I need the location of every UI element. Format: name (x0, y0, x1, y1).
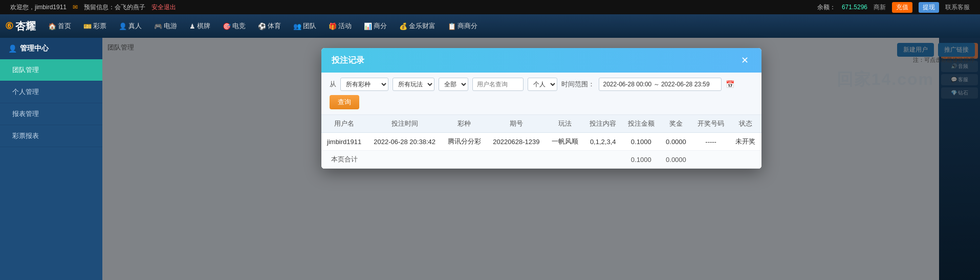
top-bar: 欢迎您，jimbird1911 ✉ 预留信息：会飞的燕子 安全退出 余额： 67… (0, 0, 980, 14)
sidebar-item-reports[interactable]: 报表管理 (0, 103, 102, 125)
date-range-input[interactable] (599, 78, 722, 91)
table-row: jimbird1911 2022-06-28 20:38:42 腾讯分分彩 20… (321, 133, 761, 151)
summary-empty-5 (584, 151, 622, 169)
betting-record-modal: 投注记录 ✕ 从 所有彩种 腾讯分分彩 所有玩法 一帆风顺 全部 (321, 48, 761, 169)
cell-content: 0,1,2,3,4 (584, 133, 622, 151)
username-search-input[interactable] (472, 78, 524, 91)
main-area: 👤 管理中心 团队管理 个人管理 报表管理 彩票报表 团队管理 新建用户 推广链… (0, 38, 980, 280)
col-time: 投注时间 (367, 115, 442, 133)
contact-link[interactable]: 联系客服 (945, 3, 970, 12)
nav-bar: ⑥ 杏耀 🏠 首页 🎫 彩票 👤 真人 🎮 电游 ♟ 棋牌 🎯 电竞 ⚽ 体育 … (0, 14, 980, 38)
sidebar-item-personal[interactable]: 个人管理 (0, 81, 102, 103)
cell-draw-number: ----- (692, 133, 730, 151)
nav-sports[interactable]: ⚽ 体育 (253, 19, 286, 33)
modal-close-button[interactable]: ✕ (739, 54, 751, 66)
table-container: 用户名 投注时间 彩种 期号 玩法 投注内容 投注金额 奖金 开奖号码 状态 (321, 115, 761, 169)
nav-activity[interactable]: 🎁 活动 (323, 19, 357, 33)
sidebar-item-team[interactable]: 团队管理 (0, 59, 102, 81)
content-area: 团队管理 新建用户 推广链接 注：可点击标题修改排序 投注记录 ✕ 从 所有彩种… (102, 38, 980, 280)
play-type-select[interactable]: 所有玩法 一帆风顺 (393, 78, 434, 91)
cell-time: 2022-06-28 20:38:42 (367, 133, 442, 151)
col-content: 投注内容 (584, 115, 622, 133)
summary-empty-7 (730, 151, 761, 169)
nav-wealth[interactable]: 💰 金乐财富 (394, 19, 441, 33)
top-bar-left: 欢迎您，jimbird1911 ✉ 预留信息：会飞的燕子 安全退出 (10, 3, 176, 12)
cell-period: 20220628-1239 (487, 133, 546, 151)
scope-select[interactable]: 个人 团队 (528, 78, 557, 91)
top-bar-right: 余额： 671.5296 商新 充值 提现 联系客服 (817, 2, 970, 13)
summary-bonus: 0.0000 (660, 151, 692, 169)
col-draw: 开奖号码 (692, 115, 730, 133)
from-label: 从 (330, 80, 336, 89)
mail-icon: ✉ (73, 4, 78, 11)
nav-home[interactable]: 🏠 首页 (43, 19, 76, 33)
modal-title: 投注记录 (332, 55, 364, 66)
nav-egames[interactable]: 🎮 电游 (149, 19, 182, 33)
summary-amount: 0.1000 (622, 151, 660, 169)
cell-bonus: 0.0000 (660, 133, 692, 151)
sidebar: 👤 管理中心 团队管理 个人管理 报表管理 彩票报表 (0, 38, 102, 280)
cell-amount: 0.1000 (622, 133, 660, 151)
balance-label: 余额： (817, 3, 836, 12)
logo: ⑥ 杏耀 (5, 19, 36, 33)
col-lottery: 彩种 (442, 115, 487, 133)
message-text: 预留信息：会飞的燕子 (84, 3, 145, 12)
cell-play: 一帆风顺 (546, 133, 584, 151)
betting-table: 用户名 投注时间 彩种 期号 玩法 投注内容 投注金额 奖金 开奖号码 状态 (321, 115, 761, 169)
col-amount: 投注金额 (622, 115, 660, 133)
refresh-link[interactable]: 商新 (874, 3, 886, 12)
col-play: 玩法 (546, 115, 584, 133)
modal-filter: 从 所有彩种 腾讯分分彩 所有玩法 一帆风顺 全部 个人 团队 时间范围： (321, 73, 761, 115)
col-username: 用户名 (321, 115, 367, 133)
time-range-label: 时间范围： (561, 80, 595, 89)
query-button[interactable]: 查询 (330, 95, 359, 109)
lottery-type-select[interactable]: 所有彩种 腾讯分分彩 (340, 78, 388, 91)
summary-label: 本页合计 (321, 151, 367, 169)
nav-merchant[interactable]: 📋 商商分 (443, 19, 483, 33)
summary-empty-2 (442, 151, 487, 169)
withdraw-button[interactable]: 提现 (919, 2, 939, 13)
nav-live[interactable]: 👤 真人 (114, 19, 147, 33)
col-status: 状态 (730, 115, 761, 133)
cell-username: jimbird1911 (321, 133, 367, 151)
nav-esports[interactable]: 🎯 电竞 (217, 19, 251, 33)
cell-status: 未开奖 (730, 133, 761, 151)
summary-row: 本页合计 0.1000 0.0000 (321, 151, 761, 169)
calendar-icon[interactable]: 📅 (726, 80, 734, 88)
table-header-row: 用户名 投注时间 彩种 期号 玩法 投注内容 投注金额 奖金 开奖号码 状态 (321, 115, 761, 133)
logout-link[interactable]: 安全退出 (151, 3, 176, 12)
period-select[interactable]: 全部 (439, 78, 468, 91)
col-bonus: 奖金 (660, 115, 692, 133)
col-period: 期号 (487, 115, 546, 133)
modal-header: 投注记录 ✕ (321, 48, 761, 73)
nav-chess[interactable]: ♟ 棋牌 (184, 19, 215, 33)
summary-empty-1 (367, 151, 442, 169)
summary-empty-6 (692, 151, 730, 169)
nav-team[interactable]: 👥 团队 (288, 19, 321, 33)
balance-value: 671.5296 (842, 4, 867, 11)
nav-points[interactable]: 📊 商分 (359, 19, 392, 33)
nav-lottery[interactable]: 🎫 彩票 (78, 19, 112, 33)
sidebar-item-lottery-report[interactable]: 彩票报表 (0, 125, 102, 147)
summary-empty-3 (487, 151, 546, 169)
welcome-text: 欢迎您，jimbird1911 (10, 3, 67, 12)
cell-lottery: 腾讯分分彩 (442, 133, 487, 151)
recharge-button[interactable]: 充值 (892, 2, 912, 13)
summary-empty-4 (546, 151, 584, 169)
sidebar-header: 👤 管理中心 (0, 38, 102, 59)
